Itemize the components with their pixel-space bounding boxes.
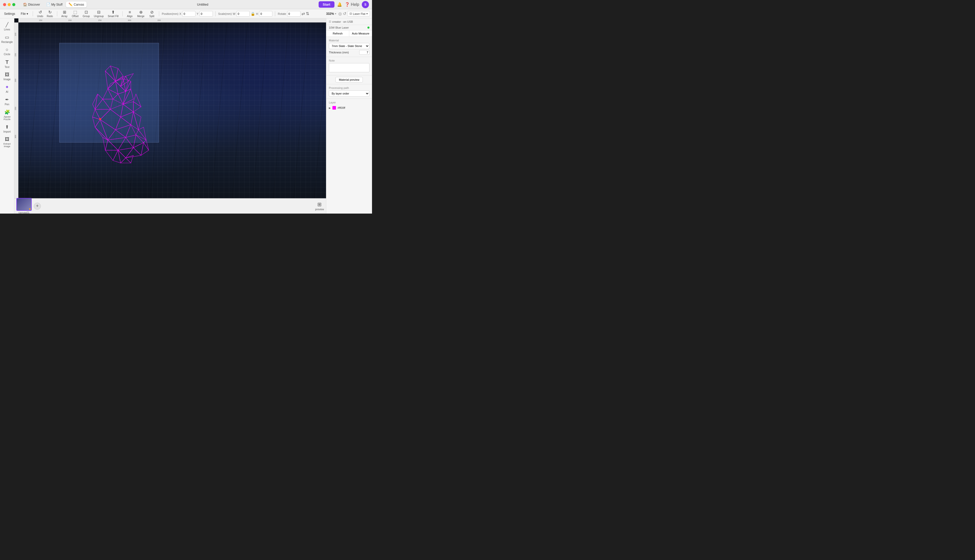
- tool-pen[interactable]: ✒ Pen: [1, 95, 13, 107]
- tool-image[interactable]: 🖼 Image: [1, 70, 13, 82]
- material-select[interactable]: 7mm Slate - Slate Stone: [329, 43, 370, 49]
- tool-rectangle[interactable]: ▭ Rectangle: [1, 33, 13, 45]
- flip-h-icon[interactable]: ⇄: [302, 11, 305, 16]
- redo-icon: ↻: [48, 10, 52, 15]
- layer-color-swatch: [332, 106, 336, 110]
- ruler-mark-v200: 200: [14, 79, 17, 82]
- lock-icon[interactable]: 🔒: [251, 12, 255, 16]
- group-button[interactable]: ⊡ Group: [82, 9, 91, 18]
- layer-section: Layer ▶ #ff00ff: [326, 99, 372, 113]
- canvas-content[interactable]: [18, 22, 326, 198]
- header-right: Start 🔔 ❓ Help S: [318, 1, 369, 8]
- svg-marker-56: [108, 81, 115, 89]
- svg-marker-14: [133, 143, 143, 155]
- svg-marker-12: [133, 135, 143, 148]
- redo-button[interactable]: ↻ Redo: [45, 9, 54, 18]
- settings-menu[interactable]: Settings: [2, 11, 17, 17]
- tab-mystuff[interactable]: 📄 My Stuff: [44, 2, 65, 7]
- split-button[interactable]: ⊘ Split: [147, 9, 157, 18]
- tool-ai[interactable]: ✦ AI: [1, 83, 13, 95]
- svg-marker-1: [110, 104, 123, 117]
- svg-marker-43: [105, 140, 118, 150]
- scale-group: Scale(mm) W 🔒 H: [218, 11, 273, 17]
- tab-canvas[interactable]: ✏️ Canvas: [66, 2, 87, 7]
- tool-circle[interactable]: ○ Circle: [1, 45, 13, 57]
- window-controls: [3, 3, 15, 6]
- ruler-mark-250: 250: [98, 19, 102, 22]
- material-preview-button[interactable]: Material preview: [335, 77, 363, 83]
- svg-marker-16: [95, 109, 110, 120]
- svg-point-62: [99, 118, 101, 120]
- flip-v-icon[interactable]: ⇅: [306, 11, 309, 16]
- svg-marker-8: [115, 125, 131, 137]
- toolbar: Settings File ▾ ↺ Undo ↻ Redo ⊞ Array ⬚ …: [0, 9, 372, 18]
- note-textarea[interactable]: [329, 63, 370, 72]
- laser-mode-button[interactable]: ⊡ Laser Flat ▾: [347, 11, 370, 17]
- ungroup-button[interactable]: ⊟ Ungroup: [92, 9, 105, 18]
- add-canvas-button[interactable]: +: [34, 203, 41, 210]
- canvas-thumb-1[interactable]: [17, 198, 32, 211]
- svg-marker-32: [126, 73, 133, 81]
- user-avatar[interactable]: S: [362, 1, 369, 8]
- start-button[interactable]: Start: [318, 1, 335, 8]
- svg-marker-20: [113, 94, 123, 104]
- svg-marker-46: [113, 150, 121, 163]
- tool-jigsaw[interactable]: 🧩 Jigsaw Puzzle: [1, 108, 13, 122]
- nav-tabs: 🏠 Discover 📄 My Stuff ✏️ Canvas: [20, 2, 87, 7]
- svg-marker-10: [126, 135, 136, 148]
- offset-icon: ⬚: [73, 10, 77, 15]
- processing-path-select[interactable]: By layer order: [329, 90, 370, 97]
- svg-marker-17: [95, 99, 110, 109]
- svg-marker-49: [92, 109, 100, 120]
- help-button[interactable]: ❓ Help: [345, 2, 359, 7]
- position-x-input[interactable]: [182, 11, 195, 17]
- canvas-area[interactable]: 150 200 250 300 350 100 150 200 250 300: [14, 18, 326, 213]
- auto-measure-button[interactable]: Auto Measure: [349, 30, 372, 37]
- svg-marker-11: [118, 137, 133, 150]
- tool-lines[interactable]: ╱ Lines: [1, 20, 13, 32]
- material-section: Material 7mm Slate - Slate Stone Thickne…: [326, 37, 372, 57]
- close-button[interactable]: [3, 3, 6, 6]
- array-button[interactable]: ⊞ Array: [60, 9, 69, 18]
- minimize-button[interactable]: [8, 3, 11, 6]
- tab-discover[interactable]: 🏠 Discover: [20, 2, 43, 7]
- canvas-page-1[interactable]: canvas01: [17, 198, 32, 213]
- separator-3: [122, 11, 123, 17]
- align-button[interactable]: ≡ Align: [125, 10, 134, 18]
- scale-h-input[interactable]: [259, 11, 272, 17]
- ruler-mark-v300: 300: [14, 135, 17, 138]
- target-icon[interactable]: ◎: [338, 11, 342, 16]
- layer-label: Layer: [329, 101, 370, 104]
- ruler-mark-150: 150: [39, 19, 42, 22]
- tool-import[interactable]: ⬆ Import: [1, 123, 13, 135]
- note-label: Note: [329, 59, 370, 62]
- thickness-row: Thickness (mm): [329, 50, 370, 55]
- layer-item-1[interactable]: ▶ #ff00ff: [329, 105, 370, 111]
- preview-button[interactable]: ⊞ preview: [315, 201, 324, 211]
- ruler-mark-300: 300: [128, 19, 131, 22]
- canvas-pages-bar: canvas01 + ⊞ preview: [14, 198, 326, 213]
- notifications-icon[interactable]: 🔔: [337, 2, 342, 7]
- svg-marker-55: [133, 94, 141, 107]
- file-menu[interactable]: File ▾: [18, 11, 30, 17]
- refresh-button[interactable]: Refresh: [326, 30, 349, 37]
- laser-dropdown-icon: ▾: [367, 12, 368, 15]
- tool-text[interactable]: T Text: [1, 58, 13, 70]
- svg-marker-6: [108, 130, 126, 140]
- scale-w-input[interactable]: [236, 11, 250, 17]
- zoom-control: 332% ▾ ◎ ↺ ⊡ Laser Flat ▾: [326, 11, 370, 17]
- undo-button[interactable]: ↺ Undo: [35, 9, 45, 18]
- tab-canvas-label: Canvas: [73, 3, 84, 7]
- maximize-button[interactable]: [12, 3, 15, 6]
- merge-icon: ⊕: [139, 10, 143, 15]
- rotate-input[interactable]: [287, 11, 300, 17]
- tool-extract[interactable]: 🖼 Extract Image: [1, 135, 13, 149]
- merge-button[interactable]: ⊕ Merge: [136, 9, 146, 18]
- smartfill-button[interactable]: ⬆ Smart Fill: [107, 9, 120, 18]
- thickness-input[interactable]: [359, 50, 370, 55]
- processing-path-section: Processing path By layer order: [326, 84, 372, 99]
- refresh-canvas-icon[interactable]: ↺: [343, 11, 346, 16]
- offset-button[interactable]: ⬚ Offset: [70, 9, 80, 18]
- position-y-input[interactable]: [200, 11, 213, 17]
- zoom-dropdown-icon[interactable]: ▾: [335, 12, 336, 15]
